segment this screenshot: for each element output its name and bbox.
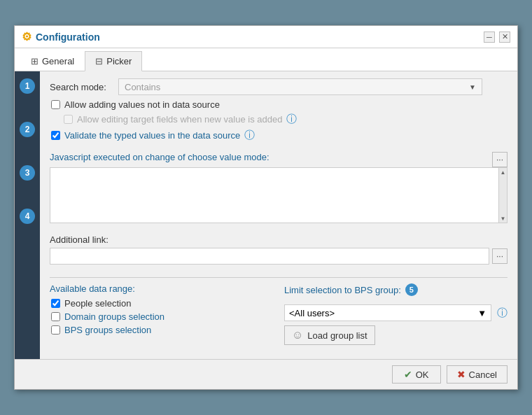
bps-groups-row: BPS groups selection [51,325,273,335]
general-tab-label: General [42,56,74,66]
step-4-badge: 4 [20,209,35,224]
load-group-label: Load group list [307,330,367,341]
step-2-badge: 2 [20,122,35,137]
validate-row: Validate the typed values in the data so… [51,129,507,142]
title-bar-controls: ─ ✕ [484,31,510,43]
group-dropdown-value: <All users> [289,308,335,318]
validate-info-icon[interactable]: ⓘ [244,129,255,142]
search-mode-row: Search mode: Contains ▼ [50,78,507,95]
allow-adding-label: Allow adding values not in data source [64,99,220,110]
main-content: Search mode: Contains ▼ Allow adding val… [40,71,517,359]
group-info-icon[interactable]: ⓘ [497,307,507,320]
tab-bar: ⊞ General ⊟ Picker [15,48,517,71]
allow-editing-info-icon[interactable]: ⓘ [286,113,297,126]
two-col-layout: Available data range: People selection D… [50,283,507,345]
scroll-up-icon[interactable]: ▲ [499,168,507,176]
step-3-badge: 3 [20,165,35,181]
ok-icon: ✔ [404,369,412,380]
group-dropdown-arrow: ▼ [477,308,486,318]
general-tab-icon: ⊞ [31,56,38,66]
search-mode-value: Contains [125,82,160,92]
window-title: Configuration [36,31,100,43]
additional-link-row: ··· [50,248,507,265]
additional-link-ellipsis-btn[interactable]: ··· [492,248,507,264]
content-area: 1 2 3 4 Search mode: Contains ▼ Allow ad… [15,71,517,359]
validate-checkbox[interactable] [51,131,60,140]
available-data-range-text: Available data range: [50,283,135,294]
configuration-window: ⚙ Configuration ─ ✕ ⊞ General ⊟ Picker 1… [14,25,518,390]
section-divider [50,277,507,278]
right-col: Limit selection to BPS group: 5 <All use… [284,283,507,345]
group-dropdown-row: <All users> ▼ ⓘ [284,304,507,321]
load-group-button[interactable]: ☺ Load group list [284,325,375,345]
allow-editing-row: Allow editing target fields when new val… [64,113,507,126]
load-group-row: ☺ Load group list [284,325,507,345]
javascript-textarea-container: ▲ ▼ [50,167,507,223]
step-1-badge: 1 [20,78,35,94]
search-mode-label: Search mode: [50,82,113,92]
validate-label: Validate the typed values in the data so… [64,130,240,141]
additional-link-label: Additional link: [50,234,108,245]
limit-selection-text: Limit selection to BPS group: [284,285,401,295]
search-mode-section: Search mode: Contains ▼ Allow adding val… [50,78,507,145]
steps-sidebar: 1 2 3 4 [15,71,40,359]
available-data-range-label: Available data range: [50,283,273,294]
people-selection-checkbox[interactable] [51,299,60,308]
allow-adding-checkbox[interactable] [51,100,60,109]
allow-editing-checkbox[interactable] [64,115,73,124]
people-selection-label: People selection [64,298,131,309]
close-button[interactable]: ✕ [499,31,510,43]
left-col: Available data range: People selection D… [50,283,273,338]
title-bar: ⚙ Configuration ─ ✕ [15,26,517,48]
dropdown-arrow-icon: ▼ [469,83,476,91]
people-selection-row: People selection [51,298,273,309]
cancel-button[interactable]: ✖ Cancel [447,365,507,384]
domain-groups-label: Domain groups selection [64,311,164,322]
javascript-textarea[interactable] [50,168,507,223]
picker-tab-label: Picker [106,56,132,66]
minimize-button[interactable]: ─ [484,31,495,43]
ok-label: OK [416,370,429,380]
step-5-badge: 5 [405,283,418,296]
domain-groups-checkbox[interactable] [51,312,60,321]
bps-groups-checkbox[interactable] [51,325,60,335]
footer: ✔ OK ✖ Cancel [15,359,517,389]
allow-editing-label: Allow editing target fields when new val… [77,114,282,125]
javascript-ellipsis-btn[interactable]: ··· [492,152,507,167]
limit-selection-label-row: Limit selection to BPS group: 5 [284,283,507,296]
data-range-section: Available data range: People selection D… [50,283,507,345]
domain-groups-row: Domain groups selection [51,311,273,322]
ok-button[interactable]: ✔ OK [392,365,441,384]
bps-groups-label: BPS groups selection [64,325,151,335]
search-mode-dropdown[interactable]: Contains ▼ [118,78,482,95]
picker-tab-icon: ⊟ [95,56,103,66]
cancel-icon: ✖ [457,369,465,380]
additional-link-input[interactable] [50,248,489,265]
group-dropdown[interactable]: <All users> ▼ [284,304,491,321]
allow-adding-row: Allow adding values not in data source [51,99,507,110]
javascript-label: Javascript executed on change of choose … [50,152,485,162]
tab-picker[interactable]: ⊟ Picker [85,51,142,71]
cancel-label: Cancel [469,370,497,380]
tab-general[interactable]: ⊞ General [20,51,85,71]
smiley-icon: ☺ [292,329,303,342]
config-icon: ⚙ [22,30,31,43]
additional-link-section: Additional link: ··· [50,234,507,265]
title-bar-left: ⚙ Configuration [22,30,100,43]
javascript-scrollbar[interactable]: ▲ ▼ [498,168,507,223]
scroll-down-icon[interactable]: ▼ [499,214,507,223]
javascript-section: Javascript executed on change of choose … [50,152,507,227]
